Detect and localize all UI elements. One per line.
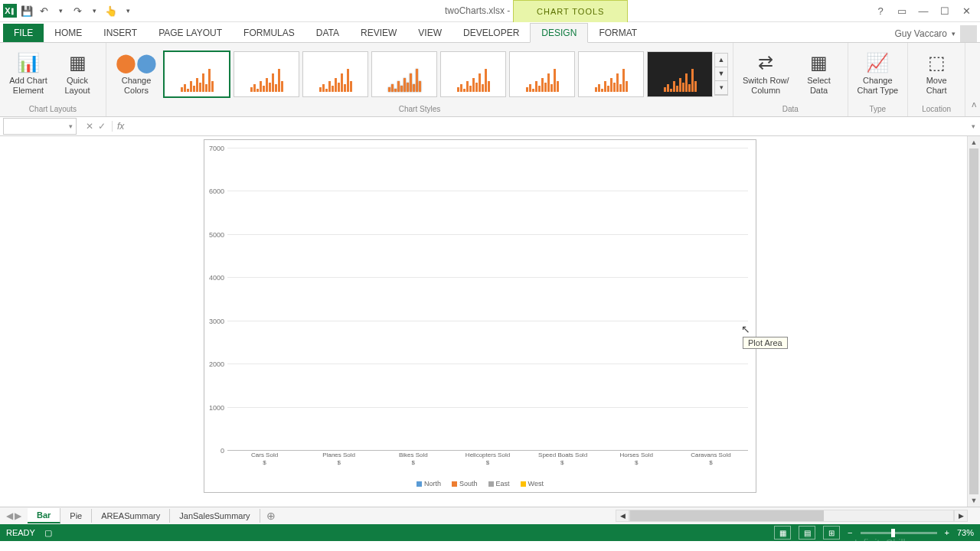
gallery-up-icon[interactable]: ▲ (715, 54, 727, 67)
sheet-tab-bar[interactable]: Bar (28, 508, 60, 523)
page-layout-view-icon[interactable]: ▤ (799, 526, 815, 540)
tab-view[interactable]: VIEW (407, 24, 452, 42)
horizontal-scrollbar[interactable]: ◀ ▶ (616, 510, 968, 522)
collapse-ribbon-icon[interactable]: ʌ (972, 99, 977, 109)
legend-swatch-icon (416, 481, 422, 487)
worksheet-area: 01000200030004000500060007000Cars Sold $… (0, 136, 980, 507)
quick-layout-button[interactable]: ▦Quick Layout (54, 51, 101, 97)
select-data-button[interactable]: ▦Select Data (795, 51, 843, 97)
chart-legend[interactable]: NorthSouthEastWest (204, 480, 756, 487)
formula-expand-icon[interactable]: ▾ (967, 122, 980, 130)
group-location: ⬚Move Chart Location (908, 43, 965, 116)
help-icon[interactable]: ? (873, 3, 888, 18)
group-type: 📈Change Chart Type Type (848, 43, 909, 116)
tab-home[interactable]: HOME (44, 24, 93, 42)
tab-nav: ◀ ▶ (0, 510, 28, 521)
scroll-right-icon[interactable]: ▶ (954, 510, 968, 522)
legend-label: South (459, 480, 478, 487)
chart-object[interactable]: 01000200030004000500060007000Cars Sold $… (204, 139, 756, 493)
close-icon[interactable]: ✕ (959, 3, 974, 18)
sheet-tab-pie[interactable]: Pie (60, 509, 92, 523)
legend-item[interactable]: North (416, 480, 441, 487)
group-label: Chart Styles (111, 103, 728, 115)
chart-style-thumb[interactable] (371, 51, 437, 97)
page-break-view-icon[interactable]: ⊞ (823, 526, 840, 540)
change-chart-type-button[interactable]: 📈Change Chart Type (853, 51, 903, 97)
legend-item[interactable]: East (488, 480, 510, 487)
maximize-icon[interactable]: ☐ (937, 3, 952, 18)
scroll-up-icon[interactable]: ▲ (968, 136, 980, 148)
legend-swatch-icon (452, 481, 457, 487)
redo-icon[interactable]: ↷ (70, 4, 84, 18)
redo-dropdown-icon[interactable]: ▾ (87, 4, 101, 18)
user-name: Guy Vaccaro (895, 28, 947, 39)
sheet-tab-area-summary[interactable]: AREASummary (92, 509, 170, 523)
category-label: Helicopters Sold $ (464, 450, 511, 466)
sheet-tabs-row: ◀ ▶ Bar Pie AREASummary JanSalesSummary … (0, 507, 980, 524)
chart-style-thumb[interactable] (578, 51, 644, 97)
tab-formulas[interactable]: FORMULAS (233, 24, 305, 42)
vertical-scrollbar[interactable]: ▲ ▼ (967, 136, 980, 507)
zoom-slider[interactable] (861, 532, 937, 534)
group-chart-layouts: 📊Add Chart Element ▦Quick Layout Chart L… (0, 43, 106, 116)
move-chart-icon: ⬚ (928, 52, 946, 74)
scroll-down-icon[interactable]: ▼ (968, 494, 980, 507)
group-label: Chart Layouts (5, 103, 101, 115)
gallery-down-icon[interactable]: ▼ (715, 67, 727, 81)
tab-file[interactable]: FILE (3, 24, 44, 42)
save-icon[interactable]: 💾 (20, 4, 34, 18)
plot-area[interactable]: 01000200030004000500060007000Cars Sold $… (227, 148, 748, 450)
category-label: Bikes Sold $ (390, 450, 437, 466)
add-sheet-icon[interactable]: ⊕ (260, 510, 282, 522)
zoom-level[interactable]: 73% (957, 528, 974, 537)
zoom-out-icon[interactable]: − (848, 528, 852, 537)
tab-data[interactable]: DATA (305, 24, 350, 42)
gallery-more-icon[interactable]: ▾ (715, 81, 727, 95)
formula-input[interactable] (129, 118, 967, 135)
gallery-scroll: ▲ ▼ ▾ (714, 53, 728, 96)
zoom-handle[interactable] (891, 529, 895, 537)
chart-style-thumb[interactable] (302, 51, 368, 97)
tab-design[interactable]: DESIGN (530, 23, 588, 43)
chart-style-thumb[interactable] (647, 51, 713, 97)
qat-customize-icon[interactable]: ▾ (121, 4, 135, 18)
sheet-tab-jan-sales[interactable]: JanSalesSummary (170, 509, 260, 523)
tab-developer[interactable]: DEVELOPER (452, 24, 530, 42)
status-ready: READY (6, 528, 35, 537)
tab-insert[interactable]: INSERT (93, 24, 148, 42)
tab-format[interactable]: FORMAT (588, 24, 648, 42)
tab-nav-right-icon[interactable]: ▶ (15, 510, 21, 521)
add-chart-element-button[interactable]: 📊Add Chart Element (5, 51, 52, 97)
minimize-icon[interactable]: — (916, 3, 931, 18)
move-chart-button[interactable]: ⬚Move Chart (913, 51, 960, 97)
zoom-in-icon[interactable]: + (945, 528, 949, 537)
name-box[interactable]: ▾ (3, 118, 77, 135)
chart-style-gallery (163, 51, 713, 98)
switch-row-column-button[interactable]: ⇄Switch Row/ Column (738, 51, 794, 97)
formula-cancel-icon[interactable]: ✕ (86, 121, 93, 132)
scrollbar-thumb[interactable] (969, 148, 978, 494)
chart-style-thumb[interactable] (234, 51, 299, 97)
fx-icon[interactable]: fx (113, 121, 129, 132)
tab-nav-left-icon[interactable]: ◀ (6, 510, 13, 521)
change-colors-button[interactable]: ⬤⬤Change Colors (111, 51, 162, 97)
tab-page-layout[interactable]: PAGE LAYOUT (148, 24, 233, 42)
chart-style-thumb[interactable] (163, 51, 230, 98)
undo-dropdown-icon[interactable]: ▾ (54, 4, 67, 18)
account-menu[interactable]: Guy Vaccaro▾ (895, 25, 977, 42)
category-label: Caravans Sold $ (687, 450, 734, 466)
undo-icon[interactable]: ↶ (37, 4, 51, 18)
ribbon-options-icon[interactable]: ▭ (894, 3, 910, 18)
quick-access-toolbar: X⫿ 💾 ↶ ▾ ↷ ▾ 👆 ▾ (0, 4, 135, 18)
legend-item[interactable]: South (452, 480, 478, 487)
scroll-left-icon[interactable]: ◀ (616, 510, 629, 522)
formula-confirm-icon[interactable]: ✓ (98, 121, 106, 132)
scrollbar-thumb[interactable] (630, 510, 824, 521)
touch-mode-icon[interactable]: 👆 (104, 4, 118, 18)
chart-style-thumb[interactable] (440, 51, 506, 97)
tab-review[interactable]: REVIEW (350, 24, 407, 42)
chart-style-thumb[interactable] (509, 51, 575, 97)
legend-item[interactable]: West (521, 480, 544, 487)
normal-view-icon[interactable]: ▦ (774, 526, 791, 540)
macro-record-icon[interactable]: ▢ (44, 528, 52, 538)
